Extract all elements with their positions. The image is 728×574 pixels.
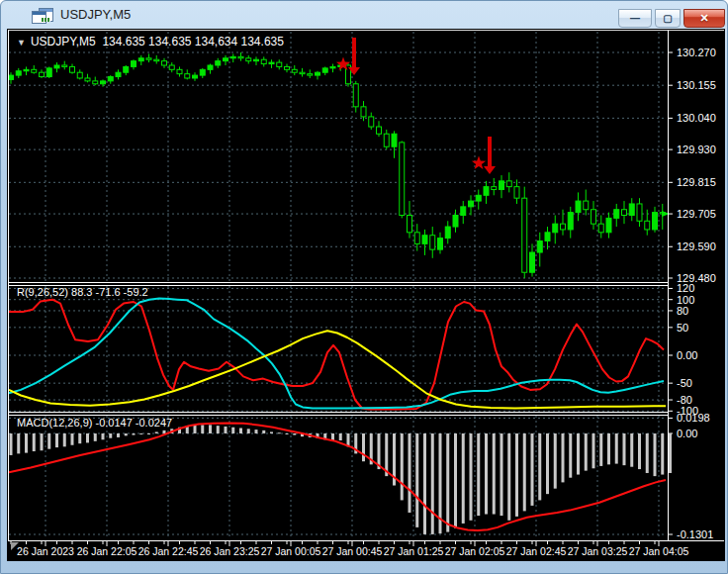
price-axis[interactable] <box>669 31 725 540</box>
candle-body <box>238 56 243 57</box>
macd-histogram-bar <box>94 433 97 441</box>
candle-body <box>584 201 589 210</box>
restore-button[interactable]: ▢ <box>655 9 681 28</box>
macd-histogram-bar <box>25 433 28 453</box>
chart-client-area: 130.270130.155130.040129.930129.815129.7… <box>7 29 725 561</box>
candle-body <box>545 233 550 241</box>
candle-body <box>430 236 435 249</box>
candle-body <box>553 224 558 233</box>
candle-body <box>622 210 627 216</box>
candle-body <box>146 58 151 59</box>
macd-histogram-bar <box>623 433 626 465</box>
macd-histogram-bar <box>147 433 150 434</box>
macd-histogram-bar <box>163 430 166 433</box>
macd-histogram-bar <box>339 433 342 440</box>
macd-histogram-bar <box>607 433 610 464</box>
chart-window-icon <box>32 8 52 24</box>
macd-histogram-bar <box>577 433 580 475</box>
candle-body <box>40 72 45 76</box>
macd-histogram-bar <box>194 425 197 433</box>
candle-body <box>62 65 67 66</box>
wpr-indicator-label: R(9,26,52) 88.3 -71.6 -59.2 <box>17 286 148 298</box>
candle-body <box>537 240 542 252</box>
chart-ohlc-header: ▼USDJPY,M5 134.635 134.635 134,634 134.6… <box>17 35 284 48</box>
macd-indicator-label: MACD(12,26,9) -0.0147 -0.0247 <box>17 417 172 429</box>
candle-body <box>185 74 190 78</box>
candle-body <box>453 216 458 228</box>
macd-histogram-bar <box>431 433 434 534</box>
macd-histogram-bar <box>415 433 418 527</box>
candle-body <box>254 59 259 60</box>
candle-body <box>216 61 221 65</box>
window-title: USDJPY,M5 <box>60 7 131 22</box>
macd-histogram-bar <box>78 433 81 443</box>
macd-histogram-bar <box>592 433 595 468</box>
candle-body <box>506 181 511 187</box>
macd-histogram-bar <box>17 433 20 453</box>
macd-histogram-bar <box>125 433 128 435</box>
macd-histogram-bar <box>10 433 13 455</box>
ohlc-text: USDJPY,M5 134.635 134.635 134,634 134.63… <box>31 35 284 48</box>
macd-histogram-bar <box>33 433 36 451</box>
candle-body <box>461 207 466 216</box>
candle-body <box>277 62 282 66</box>
pane-divider-macd[interactable] <box>8 410 667 415</box>
macd-histogram-bar <box>538 433 541 500</box>
candle-body <box>200 69 205 75</box>
macd-histogram-bar <box>286 433 289 434</box>
macd-histogram-bar <box>409 433 411 513</box>
macd-histogram-bar <box>638 433 641 469</box>
candle-body <box>85 78 90 81</box>
candle-body <box>308 74 313 75</box>
candle-body <box>269 62 274 63</box>
macd-histogram-bar <box>331 433 334 440</box>
time-axis[interactable] <box>8 540 724 560</box>
candle-body <box>54 65 59 68</box>
candle-body <box>606 218 611 232</box>
macd-histogram-bar <box>225 427 228 433</box>
candle-body <box>514 187 519 199</box>
candle-body <box>500 181 504 190</box>
macd-histogram-bar <box>500 433 503 516</box>
candle-body <box>224 58 228 61</box>
candle-body <box>645 221 650 230</box>
candle-body <box>24 69 29 70</box>
macd-histogram-bar <box>585 433 588 471</box>
candle-body <box>154 59 159 60</box>
macd-histogram-bar <box>270 431 273 433</box>
macd-histogram-bar <box>630 433 633 467</box>
candle-body <box>116 72 121 76</box>
macd-histogram-bar <box>117 433 120 437</box>
sell-star-icon <box>472 156 486 170</box>
candle-body <box>568 213 573 230</box>
sell-arrow-icon <box>484 166 496 174</box>
candle-body <box>598 224 603 233</box>
chevron-down-icon[interactable]: ▼ <box>17 38 26 48</box>
macd-histogram-bar <box>139 433 142 434</box>
macd-signal-line <box>9 423 666 530</box>
macd-histogram-bar <box>133 433 136 435</box>
candle-body <box>369 117 374 127</box>
macd-histogram-bar <box>515 433 518 517</box>
macd-histogram-bar <box>293 433 296 435</box>
macd-histogram-bar <box>654 433 657 476</box>
close-button[interactable]: ✕ <box>683 9 725 28</box>
pane-divider-wpr[interactable] <box>8 280 667 285</box>
macd-histogram-bar <box>47 433 50 449</box>
close-icon: ✕ <box>684 10 724 27</box>
macd-histogram-bar <box>493 433 496 515</box>
candle-body <box>361 107 366 117</box>
macd-histogram-bar <box>615 433 618 464</box>
candle-body <box>93 81 98 84</box>
macd-histogram-bar <box>231 428 234 433</box>
title-bar[interactable]: USDJPY,M5 — ▢ ✕ <box>1 1 727 29</box>
candle-body <box>70 66 75 72</box>
macd-histogram-bar <box>661 433 664 475</box>
macd-histogram-bar <box>599 433 602 466</box>
macd-histogram-bar <box>507 433 510 521</box>
macd-histogram-bar <box>201 425 204 433</box>
candle-body <box>138 58 143 61</box>
minimize-button[interactable]: — <box>618 9 652 28</box>
macd-histogram-bar <box>485 433 488 515</box>
candle-body <box>438 239 443 250</box>
